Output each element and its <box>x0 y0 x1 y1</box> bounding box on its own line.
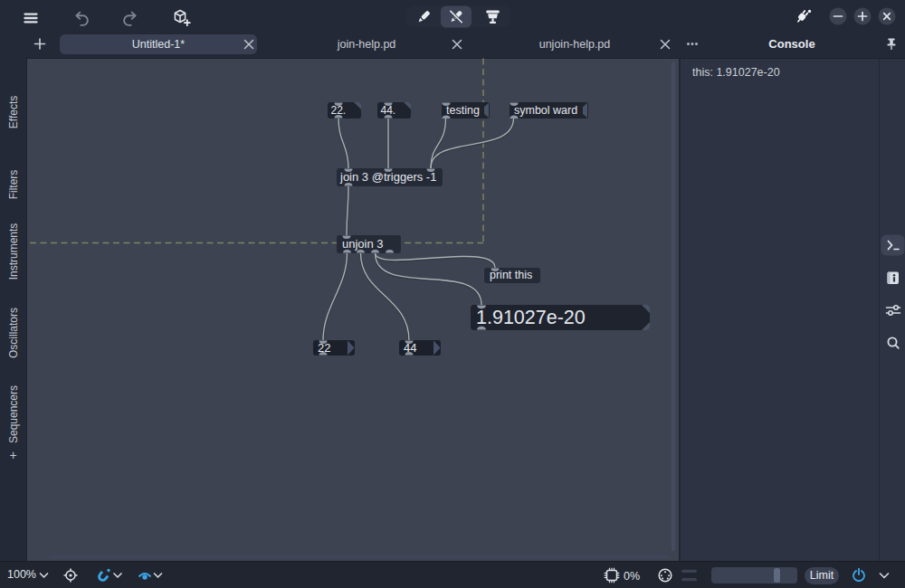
svg-text:0%: 0% <box>624 570 640 583</box>
